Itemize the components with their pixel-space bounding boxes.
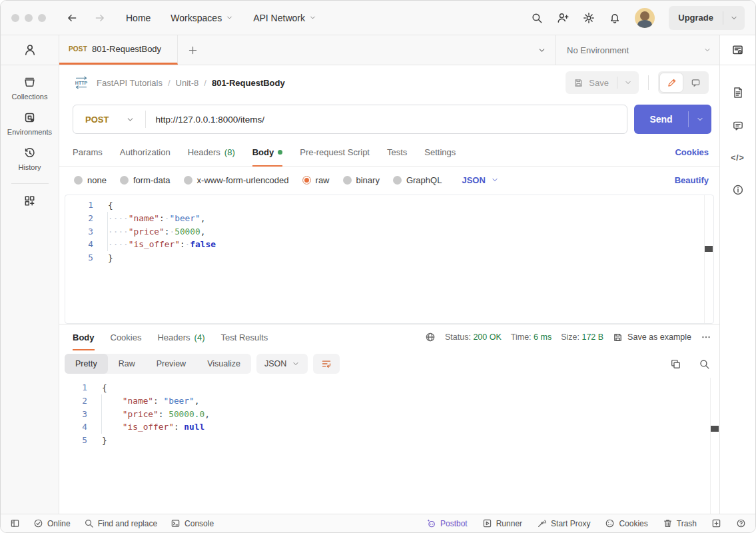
upgrade-chevron[interactable] <box>723 14 745 22</box>
save-as-example-button[interactable]: Save as example <box>613 332 691 342</box>
view-mode-visualize[interactable]: Visualize <box>196 354 251 374</box>
forward-button[interactable] <box>94 12 106 24</box>
response-tab-cookies[interactable]: Cookies <box>111 324 142 350</box>
copy-response-icon[interactable] <box>670 358 681 370</box>
start-proxy-button[interactable]: Start Proxy <box>537 518 590 528</box>
body-type-x-www-form-urlencoded[interactable]: x-www-form-urlencoded <box>184 175 289 185</box>
request-body-editor[interactable]: 1{2····"name":·"beer",3····"price":·5000… <box>65 195 714 324</box>
new-tab-button[interactable] <box>178 35 207 65</box>
request-tab-params[interactable]: Params <box>73 139 103 166</box>
body-type-raw[interactable]: raw <box>302 175 330 185</box>
documentation-icon[interactable] <box>732 87 744 99</box>
body-type-none[interactable]: none <box>74 175 107 185</box>
postbot-button[interactable]: Postbot <box>426 518 468 528</box>
zoom-window-button[interactable] <box>38 14 46 22</box>
response-scrollbar-thumb[interactable] <box>711 426 719 432</box>
upgrade-button[interactable]: Upgrade <box>669 6 745 30</box>
environment-selector[interactable]: No Environment <box>556 35 719 65</box>
view-mode-pretty[interactable]: Pretty <box>65 354 108 374</box>
sidebar-item-history[interactable]: History <box>1 147 59 171</box>
nav-home[interactable]: Home <box>126 13 151 23</box>
cookies-link[interactable]: Cookies <box>675 147 709 157</box>
comments-button[interactable] <box>683 73 707 93</box>
comments-panel-icon[interactable] <box>732 120 744 132</box>
request-tabs-row: ParamsAuthorizationHeaders(8)BodyPre-req… <box>59 139 719 167</box>
find-and-replace-button[interactable]: Find and replace <box>84 518 157 528</box>
back-button[interactable] <box>66 12 78 24</box>
sidebar-item-environments[interactable]: Environments <box>1 111 59 136</box>
response-tab-test-results[interactable]: Test Results <box>221 324 268 350</box>
body-type-form-data[interactable]: form-data <box>120 175 171 185</box>
view-mode-preview[interactable]: Preview <box>146 354 196 374</box>
edit-mode-button[interactable] <box>659 73 683 93</box>
workspace-user-icon[interactable] <box>1 35 59 65</box>
chevron-down-icon <box>126 115 135 124</box>
url-input[interactable] <box>146 115 627 125</box>
save-icon <box>613 332 623 342</box>
gear-icon[interactable] <box>583 12 595 24</box>
send-button[interactable]: Send <box>634 114 688 125</box>
open-request-tab[interactable]: POST 801-RequestBody <box>59 35 178 65</box>
response-toolbar: PrettyRawPreviewVisualize JSON <box>59 350 719 378</box>
wrap-lines-button[interactable] <box>313 354 340 374</box>
request-info-icon[interactable] <box>732 184 744 196</box>
nav-api-network[interactable]: API Network <box>253 13 316 23</box>
request-tab-authorization[interactable]: Authorization <box>120 139 171 166</box>
line-number: 3 <box>65 225 93 239</box>
pencil-icon <box>667 78 677 88</box>
globe-icon[interactable] <box>425 332 436 342</box>
split-panes-icon[interactable] <box>711 518 721 528</box>
response-tab-headers[interactable]: Headers(4) <box>157 324 204 350</box>
console-button[interactable]: Console <box>171 518 214 528</box>
trash-button[interactable]: Trash <box>663 518 697 528</box>
save-button[interactable]: Save <box>566 78 617 88</box>
sidebar-more-tools[interactable] <box>1 195 59 207</box>
code-line: 4····"is_offer":·false <box>65 238 713 251</box>
view-mode-raw[interactable]: Raw <box>108 354 146 374</box>
request-tab-settings[interactable]: Settings <box>424 139 456 166</box>
body-type-binary[interactable]: binary <box>343 175 380 185</box>
body-type-graphql[interactable]: GraphQL <box>393 175 442 185</box>
save-icon <box>573 78 583 88</box>
upgrade-label[interactable]: Upgrade <box>669 13 723 23</box>
chevron-down-icon <box>226 14 233 21</box>
radio-icon <box>184 176 192 185</box>
notifications-bell-icon[interactable] <box>609 12 621 24</box>
body-language-selector[interactable]: JSON <box>462 175 498 185</box>
avatar[interactable] <box>635 8 655 28</box>
close-window-button[interactable] <box>11 14 19 22</box>
toggle-sidebar-button[interactable] <box>10 518 20 528</box>
response-body-viewer[interactable]: 1{2 "name": "beer",3 "price": 50000.0,4 … <box>59 378 719 514</box>
search-response-icon[interactable] <box>699 358 710 370</box>
send-options-chevron[interactable] <box>689 115 711 123</box>
breadcrumb-folder[interactable]: Unit-8 <box>176 78 199 88</box>
beautify-link[interactable]: Beautify <box>675 175 709 185</box>
breadcrumb-collection[interactable]: FastAPI Tutorials <box>97 78 163 88</box>
editor-scrollbar-thumb[interactable] <box>705 246 713 252</box>
invite-user-icon[interactable] <box>557 12 569 24</box>
save-options-chevron[interactable] <box>617 79 639 87</box>
environment-quick-look-icon[interactable] <box>720 35 755 65</box>
request-tab-body[interactable]: Body <box>252 139 283 166</box>
search-icon[interactable] <box>531 12 543 24</box>
tab-options-chevron[interactable] <box>528 46 556 55</box>
request-tab-headers[interactable]: Headers(8) <box>188 139 235 166</box>
cookies-manager-button[interactable]: Cookies <box>605 518 647 528</box>
sidebar-item-collections[interactable]: Collections <box>1 76 59 101</box>
code-snippet-icon[interactable]: </> <box>731 153 744 163</box>
request-tab-pre-request-script[interactable]: Pre-request Script <box>300 139 370 166</box>
tab-count-badge: (8) <box>224 147 235 157</box>
runner-button[interactable]: Runner <box>482 518 522 528</box>
tab-count-badge: (4) <box>194 332 205 342</box>
response-tab-body[interactable]: Body <box>73 324 95 350</box>
more-options-icon[interactable] <box>701 332 711 342</box>
minimize-window-button[interactable] <box>25 14 33 22</box>
help-icon[interactable] <box>736 518 746 528</box>
window-controls[interactable] <box>11 14 46 22</box>
online-status[interactable]: Online <box>33 518 71 528</box>
breadcrumb-request-name[interactable]: 801-RequestBody <box>212 78 285 88</box>
method-selector[interactable]: POST <box>73 115 145 125</box>
request-tab-tests[interactable]: Tests <box>387 139 407 166</box>
response-language-selector[interactable]: JSON <box>256 354 308 374</box>
nav-workspaces[interactable]: Workspaces <box>171 13 233 23</box>
